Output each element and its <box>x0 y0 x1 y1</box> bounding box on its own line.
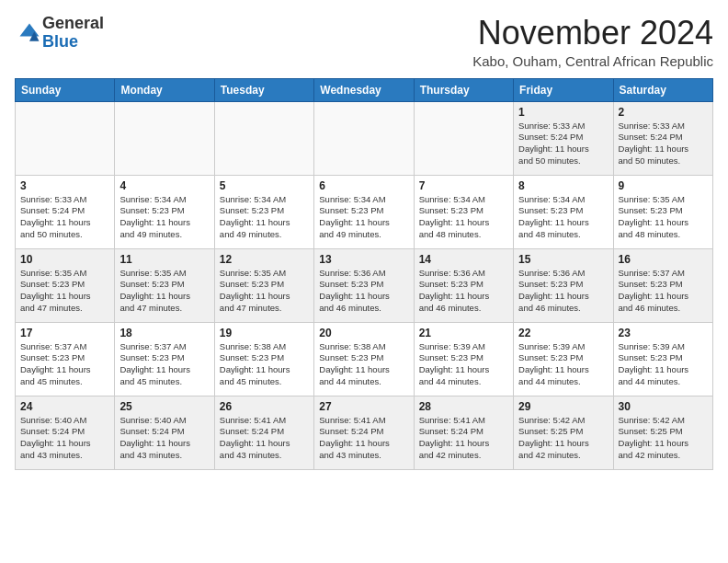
day-info: Sunrise: 5:35 AM Sunset: 5:23 PM Dayligh… <box>119 268 209 315</box>
day-number: 22 <box>518 327 608 339</box>
day-number: 4 <box>119 179 209 192</box>
day-number: 15 <box>518 253 608 266</box>
day-number: 25 <box>119 400 209 413</box>
day-number: 7 <box>419 179 508 192</box>
day-info: Sunrise: 5:34 AM Sunset: 5:23 PM Dayligh… <box>119 194 209 241</box>
day-info: Sunrise: 5:38 AM Sunset: 5:23 PM Dayligh… <box>220 341 309 388</box>
day-number: 9 <box>619 179 708 192</box>
day-number: 16 <box>619 253 708 266</box>
day-info: Sunrise: 5:36 AM Sunset: 5:23 PM Dayligh… <box>319 268 408 315</box>
calendar-cell: 16Sunrise: 5:37 AM Sunset: 5:23 PM Dayli… <box>613 248 712 322</box>
day-number: 12 <box>220 253 309 266</box>
day-info: Sunrise: 5:39 AM Sunset: 5:23 PM Dayligh… <box>419 341 508 388</box>
week-row-0: 1Sunrise: 5:33 AM Sunset: 5:24 PM Daylig… <box>16 101 713 175</box>
day-info: Sunrise: 5:42 AM Sunset: 5:25 PM Dayligh… <box>518 415 608 462</box>
calendar-cell: 22Sunrise: 5:39 AM Sunset: 5:23 PM Dayli… <box>514 322 613 396</box>
calendar-cell: 28Sunrise: 5:41 AM Sunset: 5:24 PM Dayli… <box>414 396 513 469</box>
day-number: 5 <box>220 179 309 192</box>
day-info: Sunrise: 5:39 AM Sunset: 5:23 PM Dayligh… <box>619 341 708 388</box>
week-row-4: 24Sunrise: 5:40 AM Sunset: 5:24 PM Dayli… <box>16 396 713 469</box>
day-info: Sunrise: 5:38 AM Sunset: 5:23 PM Dayligh… <box>319 341 408 388</box>
calendar-cell: 27Sunrise: 5:41 AM Sunset: 5:24 PM Dayli… <box>314 396 414 469</box>
day-number: 1 <box>518 106 608 119</box>
day-info: Sunrise: 5:36 AM Sunset: 5:23 PM Dayligh… <box>419 268 508 315</box>
day-number: 28 <box>419 400 508 413</box>
day-info: Sunrise: 5:41 AM Sunset: 5:24 PM Dayligh… <box>419 415 508 462</box>
calendar-cell: 19Sunrise: 5:38 AM Sunset: 5:23 PM Dayli… <box>214 322 313 396</box>
day-info: Sunrise: 5:33 AM Sunset: 5:24 PM Dayligh… <box>20 194 109 241</box>
day-info: Sunrise: 5:41 AM Sunset: 5:24 PM Dayligh… <box>220 415 309 462</box>
day-info: Sunrise: 5:34 AM Sunset: 5:23 PM Dayligh… <box>220 194 309 241</box>
calendar-cell: 8Sunrise: 5:34 AM Sunset: 5:23 PM Daylig… <box>514 175 613 248</box>
calendar-cell: 12Sunrise: 5:35 AM Sunset: 5:23 PM Dayli… <box>214 248 313 322</box>
day-info: Sunrise: 5:36 AM Sunset: 5:23 PM Dayligh… <box>518 268 608 315</box>
day-info: Sunrise: 5:40 AM Sunset: 5:24 PM Dayligh… <box>119 415 209 462</box>
weekday-header-wednesday: Wednesday <box>314 78 414 101</box>
calendar-cell: 29Sunrise: 5:42 AM Sunset: 5:25 PM Dayli… <box>514 396 613 469</box>
logo-icon <box>17 20 42 46</box>
day-number: 21 <box>419 327 508 339</box>
week-row-2: 10Sunrise: 5:35 AM Sunset: 5:23 PM Dayli… <box>16 248 713 322</box>
calendar-cell <box>115 101 214 175</box>
day-info: Sunrise: 5:37 AM Sunset: 5:23 PM Dayligh… <box>619 268 708 315</box>
day-info: Sunrise: 5:35 AM Sunset: 5:23 PM Dayligh… <box>619 194 708 241</box>
calendar-cell: 30Sunrise: 5:42 AM Sunset: 5:25 PM Dayli… <box>613 396 712 469</box>
page: General Blue November 2024 Kabo, Ouham, … <box>0 0 728 479</box>
day-number: 27 <box>319 400 408 413</box>
day-number: 2 <box>619 106 708 119</box>
calendar-cell <box>414 101 513 175</box>
day-number: 18 <box>119 327 209 339</box>
day-info: Sunrise: 5:34 AM Sunset: 5:23 PM Dayligh… <box>518 194 608 241</box>
calendar-cell: 13Sunrise: 5:36 AM Sunset: 5:23 PM Dayli… <box>314 248 414 322</box>
day-info: Sunrise: 5:40 AM Sunset: 5:24 PM Dayligh… <box>20 415 109 462</box>
calendar-cell: 11Sunrise: 5:35 AM Sunset: 5:23 PM Dayli… <box>115 248 214 322</box>
title-area: November 2024 Kabo, Ouham, Central Afric… <box>472 15 713 69</box>
logo-area: General Blue <box>15 15 104 52</box>
day-info: Sunrise: 5:37 AM Sunset: 5:23 PM Dayligh… <box>119 341 209 388</box>
weekday-header-monday: Monday <box>115 78 214 101</box>
day-number: 29 <box>518 400 608 413</box>
day-info: Sunrise: 5:37 AM Sunset: 5:23 PM Dayligh… <box>20 341 109 388</box>
calendar-cell: 20Sunrise: 5:38 AM Sunset: 5:23 PM Dayli… <box>314 322 414 396</box>
day-number: 17 <box>20 327 109 339</box>
calendar-cell: 15Sunrise: 5:36 AM Sunset: 5:23 PM Dayli… <box>514 248 613 322</box>
day-info: Sunrise: 5:42 AM Sunset: 5:25 PM Dayligh… <box>619 415 708 462</box>
week-row-3: 17Sunrise: 5:37 AM Sunset: 5:23 PM Dayli… <box>16 322 713 396</box>
day-info: Sunrise: 5:39 AM Sunset: 5:23 PM Dayligh… <box>518 341 608 388</box>
day-info: Sunrise: 5:33 AM Sunset: 5:24 PM Dayligh… <box>619 121 708 167</box>
day-number: 19 <box>220 327 309 339</box>
day-info: Sunrise: 5:35 AM Sunset: 5:23 PM Dayligh… <box>220 268 309 315</box>
calendar-cell: 3Sunrise: 5:33 AM Sunset: 5:24 PM Daylig… <box>16 175 115 248</box>
logo-blue: Blue <box>42 32 78 51</box>
weekday-header-saturday: Saturday <box>613 78 712 101</box>
day-info: Sunrise: 5:35 AM Sunset: 5:23 PM Dayligh… <box>20 268 109 315</box>
day-number: 20 <box>319 327 408 339</box>
location-subtitle: Kabo, Ouham, Central African Republic <box>472 53 713 69</box>
calendar-cell: 2Sunrise: 5:33 AM Sunset: 5:24 PM Daylig… <box>613 101 712 175</box>
calendar-cell <box>314 101 414 175</box>
calendar-cell: 6Sunrise: 5:34 AM Sunset: 5:23 PM Daylig… <box>314 175 414 248</box>
day-number: 6 <box>319 179 408 192</box>
weekday-header-tuesday: Tuesday <box>214 78 313 101</box>
calendar-cell: 26Sunrise: 5:41 AM Sunset: 5:24 PM Dayli… <box>214 396 313 469</box>
day-info: Sunrise: 5:34 AM Sunset: 5:23 PM Dayligh… <box>319 194 408 241</box>
day-number: 8 <box>518 179 608 192</box>
day-info: Sunrise: 5:34 AM Sunset: 5:23 PM Dayligh… <box>419 194 508 241</box>
header: General Blue November 2024 Kabo, Ouham, … <box>15 15 713 69</box>
weekday-header-thursday: Thursday <box>414 78 513 101</box>
calendar-cell: 14Sunrise: 5:36 AM Sunset: 5:23 PM Dayli… <box>414 248 513 322</box>
calendar-cell <box>214 101 313 175</box>
week-row-1: 3Sunrise: 5:33 AM Sunset: 5:24 PM Daylig… <box>16 175 713 248</box>
calendar-cell: 1Sunrise: 5:33 AM Sunset: 5:24 PM Daylig… <box>514 101 613 175</box>
day-number: 30 <box>619 400 708 413</box>
day-number: 24 <box>20 400 109 413</box>
weekday-header-friday: Friday <box>514 78 613 101</box>
weekday-header-row: SundayMondayTuesdayWednesdayThursdayFrid… <box>16 78 713 101</box>
month-title: November 2024 <box>472 15 713 52</box>
calendar-cell <box>16 101 115 175</box>
calendar-cell: 5Sunrise: 5:34 AM Sunset: 5:23 PM Daylig… <box>214 175 313 248</box>
day-number: 3 <box>20 179 109 192</box>
calendar-cell: 10Sunrise: 5:35 AM Sunset: 5:23 PM Dayli… <box>16 248 115 322</box>
day-number: 11 <box>119 253 209 266</box>
calendar-cell: 9Sunrise: 5:35 AM Sunset: 5:23 PM Daylig… <box>613 175 712 248</box>
